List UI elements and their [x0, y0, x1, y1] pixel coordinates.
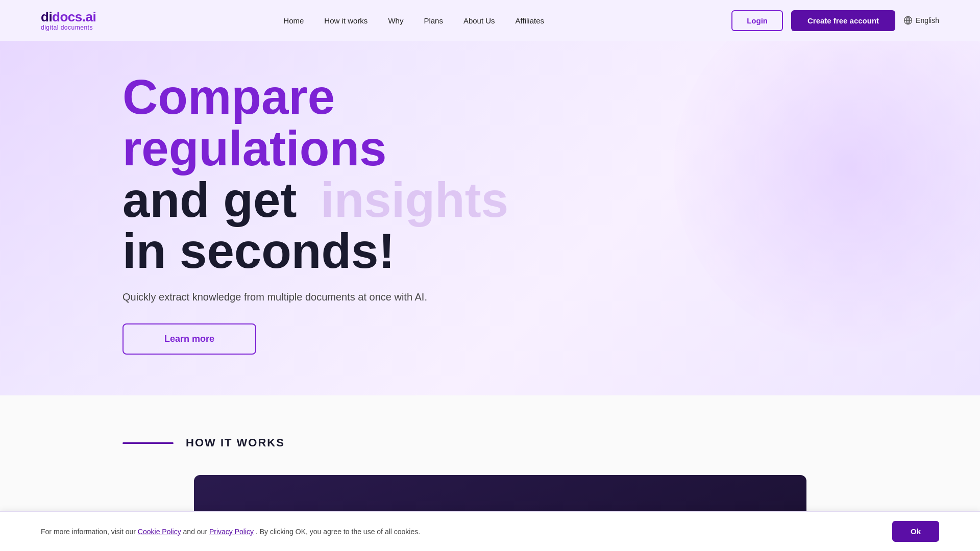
- hero-title-line2: and get insights: [122, 174, 582, 226]
- nav-why[interactable]: Why: [388, 16, 403, 25]
- nav-affiliates[interactable]: Affiliates: [516, 16, 544, 25]
- hero-content: Compare regulations and get insights in …: [122, 71, 582, 355]
- cookie-banner: For more information, visit our Cookie P…: [0, 511, 980, 551]
- globe-icon: [903, 16, 913, 25]
- hero-title-line2-dark: and get: [122, 172, 297, 227]
- cookie-ok-button[interactable]: Ok: [892, 521, 939, 542]
- hero-title-line1: Compare regulations: [122, 71, 582, 174]
- nav-plans[interactable]: Plans: [424, 16, 443, 25]
- login-button[interactable]: Login: [731, 10, 783, 31]
- nav-about[interactable]: About Us: [463, 16, 495, 25]
- privacy-policy-link[interactable]: Privacy Policy: [209, 528, 254, 536]
- cookie-text-middle2: and our: [183, 528, 207, 536]
- create-account-button[interactable]: Create free account: [791, 10, 895, 31]
- hero-subtitle: Quickly extract knowledge from multiple …: [122, 291, 582, 303]
- hero-title: Compare regulations and get insights in …: [122, 71, 582, 277]
- header-actions: Login Create free account English: [731, 10, 939, 31]
- learn-more-button[interactable]: Learn more: [122, 323, 256, 355]
- logo[interactable]: didocs.ai digital documents: [41, 10, 96, 31]
- section-title: HOW IT WORKS: [186, 436, 285, 449]
- hero-title-line2-faded: insights: [321, 172, 508, 227]
- site-header: didocs.ai digital documents Home How it …: [0, 0, 980, 41]
- logo-tagline: digital documents: [41, 24, 96, 31]
- main-nav: Home How it works Why Plans About Us Aff…: [283, 16, 544, 25]
- nav-how-it-works[interactable]: How it works: [324, 16, 368, 25]
- hero-section: Compare regulations and get insights in …: [0, 41, 980, 395]
- cookie-text-prefix: For more information, visit our: [41, 528, 136, 536]
- cookie-text-suffix: . By clicking OK, you agree to the use o…: [256, 528, 420, 536]
- section-line: [122, 442, 174, 444]
- nav-home[interactable]: Home: [283, 16, 304, 25]
- cookie-policy-link[interactable]: Cookie Policy: [138, 528, 181, 536]
- language-selector[interactable]: English: [903, 16, 939, 25]
- hero-title-line3: in seconds!: [122, 226, 582, 277]
- section-header: HOW IT WORKS: [122, 436, 878, 449]
- logo-name: didocs.ai: [41, 10, 96, 24]
- cookie-text: For more information, visit our Cookie P…: [41, 528, 872, 536]
- language-label: English: [916, 16, 939, 24]
